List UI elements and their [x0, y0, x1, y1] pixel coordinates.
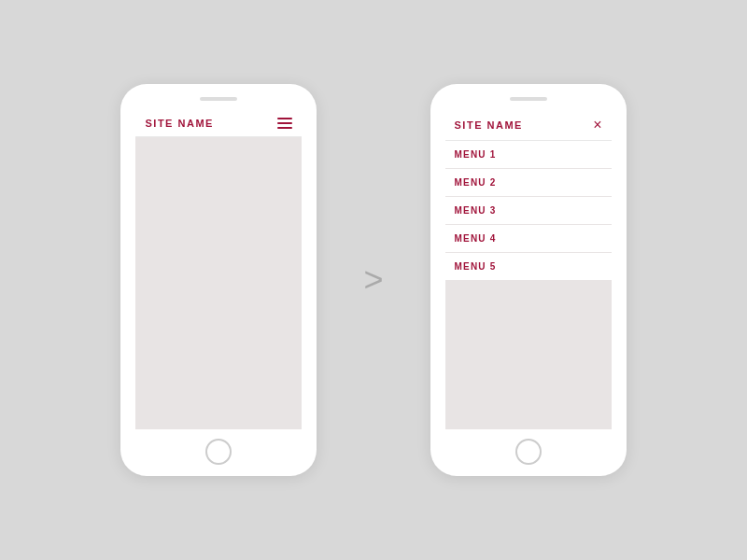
phone-closed: SITE NAME	[120, 84, 317, 476]
phone-screen-open: SITE NAME × MENU 1 MENU 2 MENU 3 MENU 4 …	[445, 110, 612, 429]
phone-speaker	[200, 97, 237, 101]
menu-item-4[interactable]: MENU 4	[445, 225, 612, 253]
home-button-right[interactable]	[515, 439, 542, 465]
site-name-closed: SITE NAME	[145, 118, 213, 129]
nav-header-open: SITE NAME ×	[445, 110, 612, 141]
hamburger-line-1	[277, 118, 292, 119]
scene: SITE NAME > SITE NAME × MENU 1 MENU 2	[120, 84, 626, 476]
transition-arrow: >	[363, 260, 383, 300]
nav-header-closed: SITE NAME	[135, 110, 302, 137]
hamburger-line-2	[277, 122, 292, 124]
phone-speaker-right	[510, 97, 547, 101]
menu-list: MENU 1 MENU 2 MENU 3 MENU 4 MENU 5	[445, 141, 612, 281]
menu-item-2[interactable]: MENU 2	[445, 169, 612, 197]
close-button[interactable]: ×	[593, 118, 601, 133]
site-name-open: SITE NAME	[455, 119, 523, 131]
screen-content-closed	[135, 137, 302, 429]
phone-screen-closed: SITE NAME	[135, 110, 302, 429]
hamburger-button[interactable]	[277, 118, 292, 129]
menu-item-3[interactable]: MENU 3	[445, 197, 612, 225]
menu-content-area	[445, 281, 612, 429]
hamburger-line-3	[277, 127, 292, 129]
phone-open: SITE NAME × MENU 1 MENU 2 MENU 3 MENU 4 …	[430, 84, 627, 476]
home-button-left[interactable]	[205, 439, 232, 465]
menu-item-1[interactable]: MENU 1	[445, 141, 612, 169]
menu-item-5[interactable]: MENU 5	[445, 253, 612, 281]
